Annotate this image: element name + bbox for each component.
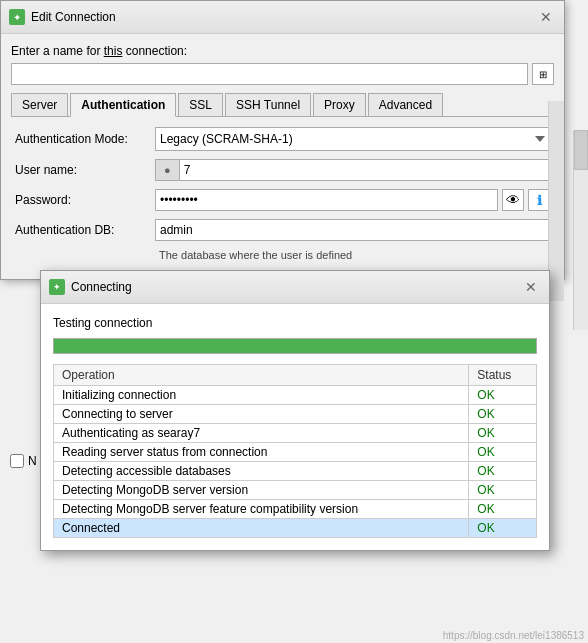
status-cell: OK — [469, 386, 537, 405]
operation-cell: Detecting MongoDB server version — [54, 481, 469, 500]
tab-ssl[interactable]: SSL — [178, 93, 223, 116]
label-underline: this — [104, 44, 123, 58]
tab-server[interactable]: Server — [11, 93, 68, 116]
tab-ssh-tunnel[interactable]: SSH Tunnel — [225, 93, 311, 116]
tab-authentication[interactable]: Authentication — [70, 93, 176, 117]
title-bar-left: ✦ Edit Connection — [9, 9, 116, 25]
dialog-body: Testing connection Operation Status Init… — [41, 304, 549, 550]
watermark: https://blog.csdn.net/lei1386513 — [443, 630, 584, 641]
table-row: Detecting accessible databasesOK — [54, 462, 537, 481]
auth-db-input[interactable] — [155, 219, 550, 241]
testing-label: Testing connection — [53, 316, 537, 330]
app-icon: ✦ — [9, 9, 25, 25]
operation-cell: Detecting accessible databases — [54, 462, 469, 481]
auth-mode-row: Authentication Mode: Legacy (SCRAM-SHA-1… — [11, 127, 554, 151]
auth-db-hint: The database where the user is defined — [155, 249, 554, 261]
operation-cell: Connecting to server — [54, 405, 469, 424]
operation-cell: Reading server status from connection — [54, 443, 469, 462]
username-row: User name: ● — [11, 159, 554, 181]
title-bar: ✦ Edit Connection ✕ — [1, 1, 564, 34]
scrollbar[interactable] — [573, 130, 588, 330]
password-row: Password: 👁 ℹ — [11, 189, 554, 211]
status-cell: OK — [469, 424, 537, 443]
progress-bar — [53, 338, 537, 354]
password-input[interactable] — [155, 189, 498, 211]
username-label: User name: — [15, 163, 155, 177]
info-button[interactable]: ℹ — [528, 189, 550, 211]
status-cell: OK — [469, 405, 537, 424]
close-button[interactable]: ✕ — [536, 7, 556, 27]
dialog-title-bar: ✦ Connecting ✕ — [41, 271, 549, 304]
tabs-container: Server Authentication SSL SSH Tunnel Pro… — [11, 93, 554, 117]
status-cell: OK — [469, 519, 537, 538]
table-row: Connecting to serverOK — [54, 405, 537, 424]
connection-name-label: Enter a name for this connection: — [11, 44, 554, 58]
edit-connection-window: ✦ Edit Connection ✕ Enter a name for thi… — [0, 0, 565, 280]
table-row: Detecting MongoDB server feature compati… — [54, 500, 537, 519]
status-cell: OK — [469, 500, 537, 519]
grid-icon-button[interactable]: ⊞ — [532, 63, 554, 85]
checkbox-label: N — [28, 454, 37, 468]
operation-cell: Detecting MongoDB server feature compati… — [54, 500, 469, 519]
dialog-title-left: ✦ Connecting — [49, 279, 132, 295]
operation-cell: Connected — [54, 519, 469, 538]
table-row: Authenticating as searay7OK — [54, 424, 537, 443]
operation-cell: Authenticating as searay7 — [54, 424, 469, 443]
scrollbar-thumb[interactable] — [574, 130, 588, 170]
user-prefix: ● — [155, 159, 180, 181]
dialog-title: Connecting — [71, 280, 132, 294]
col-status: Status — [469, 365, 537, 386]
dialog-close-button[interactable]: ✕ — [521, 277, 541, 297]
table-row: Reading server status from connectionOK — [54, 443, 537, 462]
connection-name-row: ⊞ — [11, 63, 554, 85]
status-cell: OK — [469, 462, 537, 481]
table-row: Detecting MongoDB server versionOK — [54, 481, 537, 500]
status-cell: OK — [469, 443, 537, 462]
auth-mode-label: Authentication Mode: — [15, 132, 155, 146]
col-operation: Operation — [54, 365, 469, 386]
password-label: Password: — [15, 193, 155, 207]
operation-cell: Initializing connection — [54, 386, 469, 405]
username-input[interactable] — [180, 159, 550, 181]
progress-fill — [54, 339, 536, 353]
status-cell: OK — [469, 481, 537, 500]
table-row: Initializing connectionOK — [54, 386, 537, 405]
window-title: Edit Connection — [31, 10, 116, 24]
tab-proxy[interactable]: Proxy — [313, 93, 366, 116]
connecting-dialog: ✦ Connecting ✕ Testing connection Operat… — [40, 270, 550, 551]
auth-db-row: Authentication DB: — [11, 219, 554, 241]
checkbox-area: N — [10, 454, 37, 468]
operations-table: Operation Status Initializing connection… — [53, 364, 537, 538]
eye-button[interactable]: 👁 — [502, 189, 524, 211]
auth-db-label: Authentication DB: — [15, 223, 155, 237]
connection-name-input[interactable] — [11, 63, 528, 85]
dialog-icon: ✦ — [49, 279, 65, 295]
window-body: Enter a name for this connection: ⊞ Serv… — [1, 34, 564, 279]
checkbox[interactable] — [10, 454, 24, 468]
tab-advanced[interactable]: Advanced — [368, 93, 443, 116]
auth-mode-select[interactable]: Legacy (SCRAM-SHA-1) SCRAM-SHA-256 X.509… — [155, 127, 550, 151]
table-row: ConnectedOK — [54, 519, 537, 538]
